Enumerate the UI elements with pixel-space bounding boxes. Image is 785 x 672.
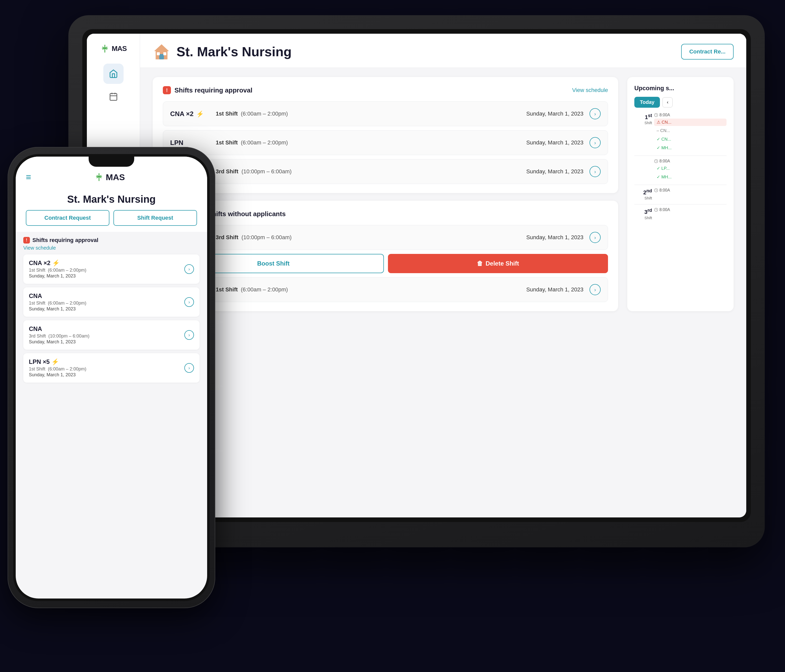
shift-approval-row-2: CNA 3rd Shift (10:00pm – 6:00am) Sunday,… (163, 159, 608, 184)
phone-shift-date-3: Sunday, March 1, 2023 (29, 372, 185, 378)
shifts-approval-title: Shifts requiring approval (175, 86, 252, 94)
delete-shift-label: Delete Shift (485, 260, 519, 267)
cal-divider-2 (634, 185, 727, 185)
sidebar-logo-text: MAS (112, 45, 127, 53)
phone-shift-role-0: CNA ×2 ⚡ (29, 260, 185, 266)
shift-date-1: Sunday, March 1, 2023 (526, 139, 583, 146)
upcoming-shift-date-0: Sunday, March 1, 2023 (526, 234, 583, 241)
cal-entry-cna-check: ✓ CN... (654, 136, 727, 143)
phone-shift-arrow-0[interactable]: › (185, 264, 194, 274)
phone-shift-info-2: CNA 3rd Shift (10:00pm – 6:00am) Sunday,… (29, 325, 185, 345)
upcoming-shift-arrow-1[interactable]: › (590, 284, 600, 295)
clock-icon-4 (654, 208, 658, 212)
facility-name: St. Mark's Nursing (177, 44, 291, 59)
sidebar-item-home[interactable] (103, 64, 124, 84)
upcoming-shift-arrow-0[interactable]: › (590, 232, 600, 243)
phone-shift-role-2: CNA (29, 325, 185, 332)
prev-nav-button[interactable]: ‹ (663, 97, 672, 107)
clock-icon (654, 113, 658, 117)
upcoming-shift-row-0: CNA 3rd Shift (10:00pm – 6:00am) Sunday,… (163, 225, 608, 250)
cal-day-3-entries: 8:00A (654, 208, 727, 212)
calendar-day-1b: 8:00A ✓ LP... ✓ MH... (634, 159, 727, 181)
delete-shift-button[interactable]: 🗑 Delete Shift (388, 254, 608, 273)
svg-rect-11 (159, 54, 164, 59)
contract-request-button[interactable]: Contract Re... (681, 44, 733, 60)
shift-role-1: LPN (170, 139, 211, 147)
phone-shift-request-button[interactable]: Shift Request (113, 210, 197, 226)
cal-time-3: 8:00A (654, 208, 727, 212)
phone-screen: ≡ MAS St. Mark's Nursing (16, 157, 207, 598)
phone-shift-arrow-1[interactable]: › (185, 297, 194, 307)
phone-alert-badge: ! (23, 237, 30, 243)
phone-mas-logo-icon (94, 172, 104, 182)
hamburger-menu-icon[interactable]: ≡ (26, 172, 31, 182)
cal-day-3-label: 3rd Shift (634, 208, 652, 220)
shifts-approval-title-row: ! Shifts requiring approval (163, 86, 252, 94)
phone-view-schedule-link[interactable]: View schedule (23, 245, 200, 251)
shift-info-1: 1st Shift (6:00am – 2:00pm) (216, 139, 526, 146)
upcoming-shifts-section: – Upcoming shifts without applicants CNA… (153, 201, 618, 311)
shift-approval-row-1: LPN 1st Shift (6:00am – 2:00pm) Sunday, … (163, 130, 608, 155)
cal-time-1b: 8:00A (654, 159, 727, 163)
phone-action-buttons: Contract Request Shift Request (16, 210, 207, 232)
shift-arrow-0[interactable]: › (590, 108, 600, 119)
shifts-approval-header: ! Shifts requiring approval View schedul… (163, 86, 608, 94)
phone-logo-row: MAS (94, 172, 125, 182)
phone-shift-info-3: LPN ×5 ⚡ 1st Shift (6:00am – 2:00pm) Sun… (29, 358, 185, 378)
right-panel-title: Upcoming s... (634, 85, 727, 92)
content-left: ! Shifts requiring approval View schedul… (153, 77, 618, 311)
phone-shift-info-0: CNA ×2 ⚡ 1st Shift (6:00am – 2:00pm) Sun… (29, 260, 185, 279)
sidebar-item-calendar[interactable] (103, 86, 124, 107)
shift-date-0: Sunday, March 1, 2023 (526, 110, 583, 117)
cal-day-1-label: 1st Shift (634, 113, 652, 125)
svg-marker-9 (154, 44, 169, 51)
clock-icon-2 (654, 159, 658, 163)
top-header: St. Mark's Nursing Contract Re... (140, 34, 746, 68)
cal-time-2: 8:00A (654, 188, 727, 193)
view-schedule-link[interactable]: View schedule (572, 87, 608, 94)
phone-shift-date-0: Sunday, March 1, 2023 (29, 273, 185, 279)
cal-day-1-entries: 8:00A ⚠ CN... – CN... ✓ CN... ✓ MH... (654, 113, 727, 152)
upcoming-shift-info-0: 3rd Shift (10:00pm – 6:00am) (216, 234, 526, 241)
house-svg-icon (153, 43, 170, 61)
phone-contract-request-button[interactable]: Contract Request (26, 210, 109, 226)
right-panel: Upcoming s... Today ‹ 1st Shift (627, 77, 733, 311)
shift-approval-row-0: CNA ×2 ⚡ 1st Shift (6:00am – 2:00pm) Sun… (163, 101, 608, 126)
today-button[interactable]: Today (634, 97, 660, 108)
shift-arrow-1[interactable]: › (590, 137, 600, 148)
phone-shift-card-3: LPN ×5 ⚡ 1st Shift (6:00am – 2:00pm) Sun… (23, 353, 200, 383)
cal-divider-1 (634, 155, 727, 156)
phone-device: ≡ MAS St. Mark's Nursing (8, 147, 215, 608)
upcoming-shift-row-1: LPN ×5 ⚡ 1st Shift (6:00am – 2:00pm) Sun… (163, 277, 608, 302)
phone-shift-date-2: Sunday, March 1, 2023 (29, 339, 185, 345)
phone-shift-date-1: Sunday, March 1, 2023 (29, 306, 185, 312)
phone-shift-card-0: CNA ×2 ⚡ 1st Shift (6:00am – 2:00pm) Sun… (23, 254, 200, 284)
phone-shift-card-2: CNA 3rd Shift (10:00pm – 6:00am) Sunday,… (23, 320, 200, 350)
svg-rect-12 (157, 52, 160, 55)
shift-arrow-2[interactable]: › (590, 166, 600, 177)
upcoming-shift-date-1: Sunday, March 1, 2023 (526, 286, 583, 293)
sidebar-logo: MAS (95, 44, 132, 53)
main-content: St. Mark's Nursing Contract Re... ! Shif… (140, 34, 746, 517)
calendar-day-3: 3rd Shift 8:00A (634, 208, 727, 220)
shift-role-0: CNA ×2 ⚡ (170, 110, 211, 118)
cal-entry-mh-check: ✓ MH... (654, 144, 727, 152)
phone-shift-sub-3: 1st Shift (6:00am – 2:00pm) (29, 367, 185, 372)
content-body: ! Shifts requiring approval View schedul… (140, 68, 746, 320)
phone-content: ! Shifts requiring approval View schedul… (16, 232, 207, 598)
phone-shift-sub-0: 1st Shift (6:00am – 2:00pm) (29, 268, 185, 273)
phone-shifts-approval-title: Shifts requiring approval (33, 237, 98, 243)
phone-shift-arrow-3[interactable]: › (185, 363, 194, 373)
phone-shift-card-1: CNA 1st Shift (6:00am – 2:00pm) Sunday, … (23, 287, 200, 317)
shifts-approval-section: ! Shifts requiring approval View schedul… (153, 77, 618, 193)
cal-entry-cna-dash: – CN... (654, 127, 727, 134)
shift-action-buttons: Boost Shift 🗑 Delete Shift (163, 254, 608, 273)
cal-time-1: 8:00A (654, 113, 727, 117)
cal-day-2-label: 2nd Shift (634, 188, 652, 200)
phone-shift-info-1: CNA 1st Shift (6:00am – 2:00pm) Sunday, … (29, 293, 185, 312)
home-icon (109, 69, 118, 78)
phone-shifts-approval-title-row: ! Shifts requiring approval (23, 237, 200, 243)
cal-divider-3 (634, 204, 727, 205)
phone-shift-arrow-2[interactable]: › (185, 330, 194, 340)
calendar-day-1: 1st Shift 8:00A ⚠ CN... – CN... ✓ C (634, 113, 727, 152)
